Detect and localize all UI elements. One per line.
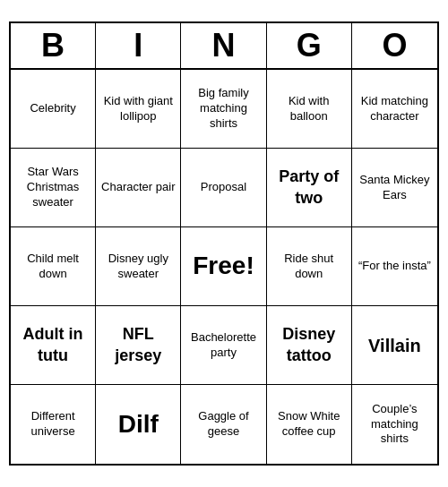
bingo-cell: Santa Mickey Ears xyxy=(352,149,437,227)
bingo-cell: Different universe xyxy=(11,385,96,464)
bingo-cell: Star Wars Christmas sweater xyxy=(11,149,96,227)
bingo-cell: Disney ugly sweater xyxy=(96,227,181,306)
bingo-cell: Couple’s matching shirts xyxy=(352,385,437,464)
bingo-header: BINGO xyxy=(11,23,437,70)
bingo-cell: Party of two xyxy=(267,149,352,227)
bingo-cell: Gaggle of geese xyxy=(181,385,266,464)
bingo-cell: “For the insta” xyxy=(352,227,437,306)
bingo-cell: Kid matching character xyxy=(352,70,437,149)
bingo-cell: Free! xyxy=(181,227,266,306)
bingo-cell: Ride shut down xyxy=(267,227,352,306)
header-letter: I xyxy=(96,23,181,68)
bingo-cell: Villain xyxy=(352,306,437,385)
bingo-cell: Character pair xyxy=(96,149,181,227)
bingo-cell: Adult in tutu xyxy=(11,306,96,385)
bingo-cell: Big family matching shirts xyxy=(181,70,266,149)
bingo-cell: Disney tattoo xyxy=(267,306,352,385)
bingo-cell: Bachelorette party xyxy=(181,306,266,385)
bingo-cell: Dilf xyxy=(96,385,181,464)
header-letter: O xyxy=(352,23,437,68)
bingo-grid: CelebrityKid with giant lollipopBig fami… xyxy=(11,70,437,464)
bingo-card: BINGO CelebrityKid with giant lollipopBi… xyxy=(9,21,439,466)
header-letter: G xyxy=(267,23,352,68)
bingo-cell: Celebrity xyxy=(11,70,96,149)
bingo-cell: Proposal xyxy=(181,149,266,227)
bingo-cell: Kid with balloon xyxy=(267,70,352,149)
bingo-cell: Kid with giant lollipop xyxy=(96,70,181,149)
bingo-cell: Child melt down xyxy=(11,227,96,306)
bingo-cell: NFL jersey xyxy=(96,306,181,385)
bingo-cell: Snow White coffee cup xyxy=(267,385,352,464)
header-letter: B xyxy=(11,23,96,68)
header-letter: N xyxy=(181,23,266,68)
